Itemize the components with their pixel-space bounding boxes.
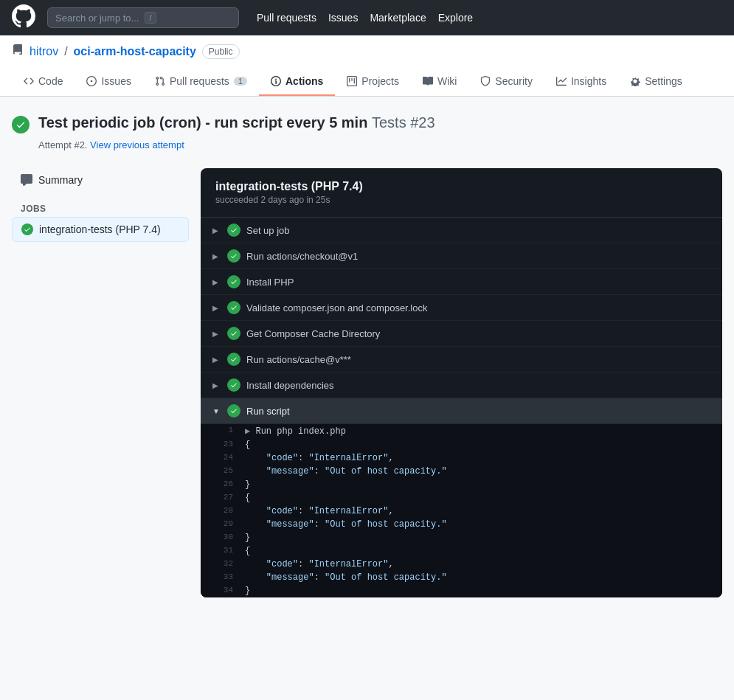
sidebar-summary-section: Summary (12, 168, 189, 192)
repo-title-row: hitrov / oci-arm-host-capacity Public (12, 44, 722, 59)
repo-separator: / (64, 45, 67, 58)
log-line-26: 26 } (201, 478, 722, 491)
step-status-icon (227, 404, 240, 417)
tab-wiki[interactable]: Wiki (411, 68, 468, 96)
tab-settings[interactable]: Settings (618, 68, 694, 96)
issues-link[interactable]: Issues (328, 12, 358, 24)
run-status-icon (12, 116, 30, 134)
sidebar-jobs-section: Jobs integration-tests (PHP 7.4) (12, 204, 189, 242)
log-line-24: 24 "code": "InternalError", (201, 451, 722, 465)
tab-security[interactable]: Security (468, 68, 544, 96)
step-name-label: Validate composer.json and composer.lock (246, 302, 427, 313)
tab-code[interactable]: Code (12, 68, 75, 96)
step-name-label: Install dependencies (246, 380, 334, 391)
search-text: Search or jump to... (55, 13, 139, 24)
step-composer-cache-dir[interactable]: ▶ Get Composer Cache Directory (201, 321, 722, 347)
step-name-label: Run script (246, 406, 290, 417)
search-box[interactable]: Search or jump to... / (47, 7, 239, 28)
tab-issues[interactable]: Issues (75, 68, 142, 96)
job-panel-meta: succeeded 2 days ago in 25s (215, 195, 707, 205)
job-panel-title: integration-tests (PHP 7.4) (215, 180, 707, 193)
step-status-icon (227, 353, 240, 366)
step-name-label: Set up job (246, 225, 290, 236)
repo-owner-link[interactable]: hitrov (30, 45, 58, 58)
step-chevron-icon: ▼ (212, 407, 221, 415)
repo-name-link[interactable]: oci-arm-host-capacity (74, 45, 196, 58)
job-item-integration-tests[interactable]: integration-tests (PHP 7.4) (12, 217, 189, 242)
log-line-27: 27 { (201, 491, 722, 505)
run-attempt-info: Attempt #2. View previous attempt (38, 139, 722, 150)
run-title-heading: Test periodic job (cron) - run script ev… (38, 114, 435, 131)
step-name-label: Install PHP (246, 277, 294, 288)
step-checkout[interactable]: ▶ Run actions/checkout@v1 (201, 243, 722, 269)
log-line-28: 28 "code": "InternalError", (201, 505, 722, 518)
tab-insights[interactable]: Insights (544, 68, 618, 96)
job-panel-header: integration-tests (PHP 7.4) succeeded 2 … (201, 168, 722, 218)
log-line-1: 1 ▶ Run php index.php (201, 424, 722, 438)
pull-requests-link[interactable]: Pull requests (257, 12, 316, 24)
step-chevron-icon: ▶ (212, 304, 221, 312)
explore-link[interactable]: Explore (438, 12, 473, 24)
repo-header: hitrov / oci-arm-host-capacity Public Co… (0, 35, 734, 97)
top-navigation: Search or jump to... / Pull requests Iss… (0, 0, 734, 35)
job-name-label: integration-tests (PHP 7.4) (39, 223, 161, 235)
job-panel: integration-tests (PHP 7.4) succeeded 2 … (201, 168, 722, 597)
step-install-deps[interactable]: ▶ Install dependencies (201, 372, 722, 398)
main-content: Test periodic job (cron) - run script ev… (0, 97, 734, 615)
log-line-29: 29 "message": "Out of host capacity." (201, 518, 722, 531)
step-validate-composer[interactable]: ▶ Validate composer.json and composer.lo… (201, 295, 722, 321)
search-slash-key: / (145, 12, 156, 24)
log-line-34: 34 } (201, 584, 722, 597)
step-status-icon (227, 327, 240, 340)
log-output[interactable]: 1 ▶ Run php index.php 23 { 24 "code": "I… (201, 424, 722, 597)
step-run-script[interactable]: ▼ Run script (201, 398, 722, 424)
step-status-icon (227, 223, 240, 237)
log-line-30: 30 } (201, 531, 722, 544)
pr-count-badge: 1 (234, 77, 247, 86)
repo-public-badge: Public (202, 44, 240, 59)
step-status-icon (227, 275, 240, 288)
tab-pull-requests[interactable]: Pull requests 1 (143, 68, 259, 96)
log-line-33: 33 "message": "Out of host capacity." (201, 571, 722, 584)
log-line-25: 25 "message": "Out of host capacity." (201, 465, 722, 478)
step-chevron-icon: ▶ (212, 381, 221, 389)
workflow-main: integration-tests (PHP 7.4) succeeded 2 … (201, 168, 722, 597)
step-chevron-icon: ▶ (212, 226, 221, 235)
step-chevron-icon: ▶ (212, 356, 221, 364)
workflow-sidebar: Summary Jobs integration-tests (PHP 7.4) (12, 168, 189, 597)
step-name-label: Get Composer Cache Directory (246, 328, 380, 339)
repo-tabs: Code Issues Pull requests 1 Actions Proj… (12, 68, 722, 96)
step-status-icon (227, 301, 240, 314)
repo-book-icon (12, 44, 24, 59)
step-chevron-icon: ▶ (212, 252, 221, 260)
step-setup-job[interactable]: ▶ Set up job (201, 218, 722, 243)
sidebar-summary-link[interactable]: Summary (12, 168, 189, 192)
sidebar-summary-label: Summary (38, 174, 83, 186)
step-cache[interactable]: ▶ Run actions/cache@v*** (201, 347, 722, 372)
tab-projects[interactable]: Projects (335, 68, 411, 96)
log-line-23: 23 { (201, 438, 722, 451)
step-name-label: Run actions/checkout@v1 (246, 251, 358, 262)
run-title-main: Test periodic job (cron) - run script ev… (38, 114, 367, 131)
run-title-suffix: Tests #23 (372, 114, 435, 131)
step-chevron-icon: ▶ (212, 278, 221, 286)
step-status-icon (227, 249, 240, 263)
github-logo-icon[interactable] (12, 4, 35, 32)
view-previous-attempt-link[interactable]: View previous attempt (90, 139, 184, 150)
step-install-php[interactable]: ▶ Install PHP (201, 269, 722, 295)
steps-list: ▶ Set up job ▶ Run actions/checkout@v1 (201, 218, 722, 597)
log-line-31: 31 { (201, 544, 722, 558)
tab-actions[interactable]: Actions (259, 68, 335, 96)
topnav-links: Pull requests Issues Marketplace Explore (257, 12, 473, 24)
jobs-section-label: Jobs (12, 204, 189, 214)
marketplace-link[interactable]: Marketplace (370, 12, 426, 24)
job-status-icon (21, 223, 33, 235)
step-status-icon (227, 378, 240, 392)
workflow-layout: Summary Jobs integration-tests (PHP 7.4)… (12, 168, 722, 597)
step-chevron-icon: ▶ (212, 330, 221, 338)
run-title-row: Test periodic job (cron) - run script ev… (12, 114, 722, 134)
log-line-32: 32 "code": "InternalError", (201, 558, 722, 571)
step-name-label: Run actions/cache@v*** (246, 354, 351, 365)
